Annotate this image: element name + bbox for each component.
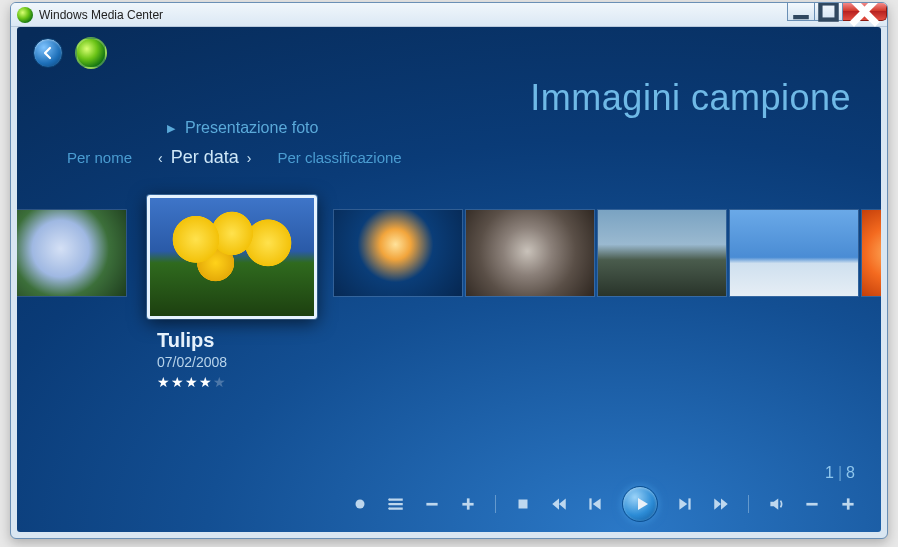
svg-rect-14 xyxy=(806,503,817,506)
selected-meta: Tulips 07/02/2008 ★★★★★ xyxy=(157,329,227,390)
back-button[interactable] xyxy=(33,38,63,68)
selected-title: Tulips xyxy=(157,329,227,352)
volume-down-button[interactable] xyxy=(803,495,821,513)
maximize-button[interactable] xyxy=(815,3,843,21)
svg-rect-8 xyxy=(426,503,437,506)
counter-index: 1 xyxy=(825,464,834,481)
slideshow-label: Presentazione foto xyxy=(185,119,318,137)
svg-rect-11 xyxy=(519,500,528,509)
thumb-koala[interactable] xyxy=(465,209,595,297)
svg-point-4 xyxy=(356,500,365,509)
top-nav xyxy=(33,37,107,69)
svg-rect-12 xyxy=(589,498,591,509)
window-title: Windows Media Center xyxy=(39,8,163,22)
svg-rect-10 xyxy=(467,498,470,509)
previous-button[interactable] xyxy=(586,495,604,513)
slideshow-link[interactable]: ▶ Presentazione foto xyxy=(167,119,318,137)
rewind-button[interactable] xyxy=(550,495,568,513)
play-button[interactable] xyxy=(622,486,658,522)
image-placeholder xyxy=(598,210,726,296)
image-placeholder xyxy=(466,210,594,296)
window-controls xyxy=(787,3,887,21)
volume-up-button[interactable] xyxy=(839,495,857,513)
minimize-button[interactable] xyxy=(787,3,815,21)
thumb-jellyfish[interactable] xyxy=(333,209,463,297)
thumb-chrysanthemum[interactable] xyxy=(861,209,881,297)
next-button[interactable] xyxy=(676,495,694,513)
thumb-lighthouse[interactable] xyxy=(597,209,727,297)
svg-point-7 xyxy=(388,507,390,509)
thumbnail-strip xyxy=(17,199,881,329)
transport-bar xyxy=(17,486,881,522)
image-placeholder xyxy=(730,210,858,296)
media-center-area: Immagini campione ▶ Presentazione foto P… xyxy=(17,27,881,532)
image-placeholder xyxy=(334,210,462,296)
star-icon: ★ xyxy=(171,374,185,390)
star-icon: ★ xyxy=(157,374,171,390)
page-title: Immagini campione xyxy=(530,77,851,119)
channel-up-button[interactable] xyxy=(459,495,477,513)
record-button[interactable] xyxy=(351,495,369,513)
rating-stars: ★★★★★ xyxy=(157,374,227,390)
caret-right-icon: › xyxy=(247,150,252,166)
separator xyxy=(495,495,496,513)
app-window: Windows Media Center Immagini campione ▶… xyxy=(10,2,888,539)
counter-sep: | xyxy=(838,464,842,481)
sort-row: Per nome ‹ Per data › Per classificazion… xyxy=(67,147,402,168)
caret-left-icon: ‹ xyxy=(158,150,163,166)
svg-point-6 xyxy=(388,503,390,505)
svg-point-5 xyxy=(388,498,390,500)
sort-by-date-label: Per data xyxy=(171,147,239,168)
sort-by-date[interactable]: ‹ Per data › xyxy=(158,147,251,168)
thumb-tulips[interactable] xyxy=(147,195,317,319)
item-counter: 1|8 xyxy=(825,464,855,482)
svg-rect-16 xyxy=(847,498,850,509)
guide-button[interactable] xyxy=(387,495,405,513)
star-icon: ★ xyxy=(199,374,213,390)
start-logo-button[interactable] xyxy=(75,37,107,69)
stop-button[interactable] xyxy=(514,495,532,513)
close-button[interactable] xyxy=(843,3,887,21)
selected-date: 07/02/2008 xyxy=(157,354,227,370)
svg-rect-13 xyxy=(688,498,690,509)
thumb-hydrangeas[interactable] xyxy=(17,209,127,297)
channel-down-button[interactable] xyxy=(423,495,441,513)
thumb-penguins[interactable] xyxy=(729,209,859,297)
image-placeholder xyxy=(150,198,314,316)
app-icon xyxy=(17,7,33,23)
play-icon: ▶ xyxy=(167,122,175,135)
image-placeholder xyxy=(17,210,126,296)
counter-total: 8 xyxy=(846,464,855,481)
separator xyxy=(748,495,749,513)
fast-forward-button[interactable] xyxy=(712,495,730,513)
titlebar: Windows Media Center xyxy=(11,3,887,27)
sort-by-rating[interactable]: Per classificazione xyxy=(277,149,401,166)
svg-rect-1 xyxy=(820,3,836,19)
star-icon: ★ xyxy=(213,374,227,390)
image-placeholder xyxy=(862,210,881,296)
sort-by-name[interactable]: Per nome xyxy=(67,149,132,166)
mute-button[interactable] xyxy=(767,495,785,513)
star-icon: ★ xyxy=(185,374,199,390)
